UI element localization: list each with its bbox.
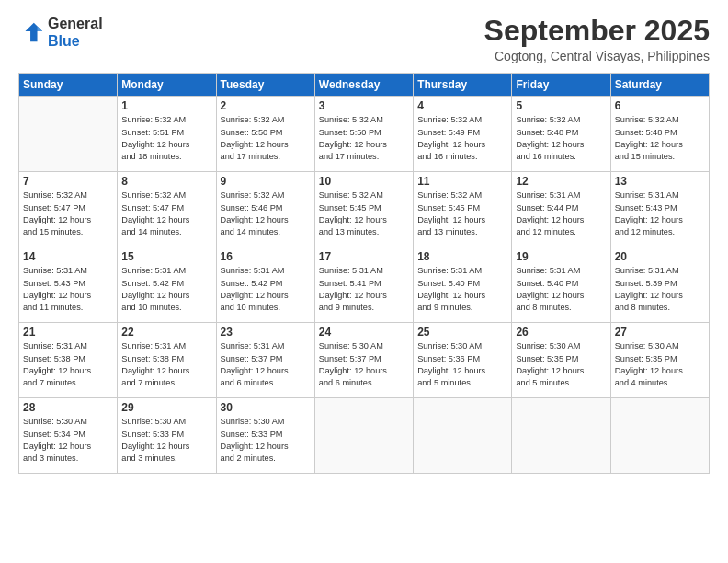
day-info: Sunrise: 5:30 AM Sunset: 5:37 PM Dayligh… <box>319 340 409 389</box>
day-number: 10 <box>319 175 409 188</box>
col-saturday: Saturday <box>610 74 709 97</box>
table-row: 10Sunrise: 5:32 AM Sunset: 5:45 PM Dayli… <box>314 172 413 247</box>
table-row: 21Sunrise: 5:31 AM Sunset: 5:38 PM Dayli… <box>19 323 118 398</box>
table-row: 15Sunrise: 5:31 AM Sunset: 5:42 PM Dayli… <box>118 247 216 323</box>
table-row: 26Sunrise: 5:30 AM Sunset: 5:35 PM Dayli… <box>512 323 610 398</box>
day-number: 2 <box>221 99 311 112</box>
header: General Blue September 2025 Cogtong, Cen… <box>18 15 710 63</box>
day-number: 23 <box>221 326 311 339</box>
calendar-header-row: Sunday Monday Tuesday Wednesday Thursday… <box>19 74 710 97</box>
table-row: 9Sunrise: 5:32 AM Sunset: 5:46 PM Daylig… <box>216 172 314 247</box>
logo-icon <box>18 19 44 45</box>
title-block: September 2025 Cogtong, Central Visayas,… <box>484 15 710 63</box>
day-number: 27 <box>615 326 705 339</box>
day-number: 30 <box>221 401 311 414</box>
table-row: 12Sunrise: 5:31 AM Sunset: 5:44 PM Dayli… <box>512 172 610 247</box>
calendar-week-row: 14Sunrise: 5:31 AM Sunset: 5:43 PM Dayli… <box>19 247 710 323</box>
table-row: 24Sunrise: 5:30 AM Sunset: 5:37 PM Dayli… <box>314 323 413 398</box>
day-number: 9 <box>221 175 311 188</box>
day-number: 13 <box>615 175 705 188</box>
day-info: Sunrise: 5:32 AM Sunset: 5:48 PM Dayligh… <box>516 114 606 163</box>
day-number: 17 <box>319 250 409 263</box>
day-info: Sunrise: 5:32 AM Sunset: 5:48 PM Dayligh… <box>615 114 705 163</box>
svg-marker-1 <box>38 27 43 32</box>
day-info: Sunrise: 5:30 AM Sunset: 5:36 PM Dayligh… <box>417 340 507 389</box>
table-row: 22Sunrise: 5:31 AM Sunset: 5:38 PM Dayli… <box>118 323 216 398</box>
table-row <box>314 398 413 474</box>
table-row: 11Sunrise: 5:32 AM Sunset: 5:45 PM Dayli… <box>414 172 512 247</box>
calendar-table: Sunday Monday Tuesday Wednesday Thursday… <box>18 73 710 474</box>
day-info: Sunrise: 5:32 AM Sunset: 5:47 PM Dayligh… <box>121 190 211 238</box>
day-number: 20 <box>615 250 705 263</box>
col-wednesday: Wednesday <box>314 74 413 97</box>
table-row: 3Sunrise: 5:32 AM Sunset: 5:50 PM Daylig… <box>314 97 413 172</box>
day-number: 14 <box>23 250 113 263</box>
location: Cogtong, Central Visayas, Philippines <box>484 49 710 63</box>
day-info: Sunrise: 5:30 AM Sunset: 5:33 PM Dayligh… <box>221 416 311 465</box>
day-info: Sunrise: 5:31 AM Sunset: 5:40 PM Dayligh… <box>516 265 606 314</box>
day-number: 22 <box>121 326 211 339</box>
table-row: 2Sunrise: 5:32 AM Sunset: 5:50 PM Daylig… <box>216 97 314 172</box>
day-info: Sunrise: 5:31 AM Sunset: 5:38 PM Dayligh… <box>23 340 113 389</box>
day-info: Sunrise: 5:31 AM Sunset: 5:42 PM Dayligh… <box>221 265 311 314</box>
table-row: 28Sunrise: 5:30 AM Sunset: 5:34 PM Dayli… <box>19 398 118 474</box>
day-info: Sunrise: 5:30 AM Sunset: 5:34 PM Dayligh… <box>23 416 113 465</box>
day-info: Sunrise: 5:32 AM Sunset: 5:51 PM Dayligh… <box>121 114 211 163</box>
day-number: 1 <box>121 99 211 112</box>
col-thursday: Thursday <box>414 74 512 97</box>
day-info: Sunrise: 5:31 AM Sunset: 5:40 PM Dayligh… <box>417 265 507 314</box>
day-number: 19 <box>516 250 606 263</box>
table-row: 25Sunrise: 5:30 AM Sunset: 5:36 PM Dayli… <box>414 323 512 398</box>
day-info: Sunrise: 5:31 AM Sunset: 5:44 PM Dayligh… <box>516 190 606 238</box>
day-info: Sunrise: 5:31 AM Sunset: 5:43 PM Dayligh… <box>615 190 705 238</box>
day-number: 11 <box>417 175 507 188</box>
day-number: 18 <box>417 250 507 263</box>
day-number: 4 <box>417 99 507 112</box>
table-row: 29Sunrise: 5:30 AM Sunset: 5:33 PM Dayli… <box>118 398 216 474</box>
day-number: 3 <box>319 99 409 112</box>
day-info: Sunrise: 5:30 AM Sunset: 5:35 PM Dayligh… <box>615 340 705 389</box>
table-row: 6Sunrise: 5:32 AM Sunset: 5:48 PM Daylig… <box>610 97 709 172</box>
day-number: 26 <box>516 326 606 339</box>
day-number: 21 <box>23 326 113 339</box>
day-info: Sunrise: 5:31 AM Sunset: 5:43 PM Dayligh… <box>23 265 113 314</box>
calendar-week-row: 21Sunrise: 5:31 AM Sunset: 5:38 PM Dayli… <box>19 323 710 398</box>
table-row: 13Sunrise: 5:31 AM Sunset: 5:43 PM Dayli… <box>610 172 709 247</box>
day-number: 6 <box>615 99 705 112</box>
day-info: Sunrise: 5:31 AM Sunset: 5:37 PM Dayligh… <box>221 340 311 389</box>
day-info: Sunrise: 5:31 AM Sunset: 5:39 PM Dayligh… <box>615 265 705 314</box>
table-row: 20Sunrise: 5:31 AM Sunset: 5:39 PM Dayli… <box>610 247 709 323</box>
table-row <box>610 398 709 474</box>
table-row <box>414 398 512 474</box>
col-monday: Monday <box>118 74 216 97</box>
calendar-week-row: 28Sunrise: 5:30 AM Sunset: 5:34 PM Dayli… <box>19 398 710 474</box>
day-info: Sunrise: 5:30 AM Sunset: 5:35 PM Dayligh… <box>516 340 606 389</box>
day-info: Sunrise: 5:32 AM Sunset: 5:47 PM Dayligh… <box>23 190 113 238</box>
logo: General Blue <box>18 15 103 50</box>
svg-marker-0 <box>25 23 42 42</box>
col-sunday: Sunday <box>19 74 118 97</box>
day-info: Sunrise: 5:32 AM Sunset: 5:45 PM Dayligh… <box>417 190 507 238</box>
table-row: 16Sunrise: 5:31 AM Sunset: 5:42 PM Dayli… <box>216 247 314 323</box>
table-row: 7Sunrise: 5:32 AM Sunset: 5:47 PM Daylig… <box>19 172 118 247</box>
table-row: 8Sunrise: 5:32 AM Sunset: 5:47 PM Daylig… <box>118 172 216 247</box>
day-info: Sunrise: 5:32 AM Sunset: 5:46 PM Dayligh… <box>221 190 311 238</box>
day-number: 24 <box>319 326 409 339</box>
day-info: Sunrise: 5:32 AM Sunset: 5:50 PM Dayligh… <box>221 114 311 163</box>
day-number: 12 <box>516 175 606 188</box>
day-number: 29 <box>121 401 211 414</box>
table-row <box>512 398 610 474</box>
day-number: 15 <box>121 250 211 263</box>
table-row: 1Sunrise: 5:32 AM Sunset: 5:51 PM Daylig… <box>118 97 216 172</box>
day-number: 25 <box>417 326 507 339</box>
table-row: 30Sunrise: 5:30 AM Sunset: 5:33 PM Dayli… <box>216 398 314 474</box>
day-number: 16 <box>221 250 311 263</box>
day-number: 28 <box>23 401 113 414</box>
table-row: 19Sunrise: 5:31 AM Sunset: 5:40 PM Dayli… <box>512 247 610 323</box>
logo-text: General Blue <box>48 15 103 50</box>
day-info: Sunrise: 5:31 AM Sunset: 5:41 PM Dayligh… <box>319 265 409 314</box>
col-tuesday: Tuesday <box>216 74 314 97</box>
calendar-week-row: 7Sunrise: 5:32 AM Sunset: 5:47 PM Daylig… <box>19 172 710 247</box>
col-friday: Friday <box>512 74 610 97</box>
month-title: September 2025 <box>484 15 710 47</box>
